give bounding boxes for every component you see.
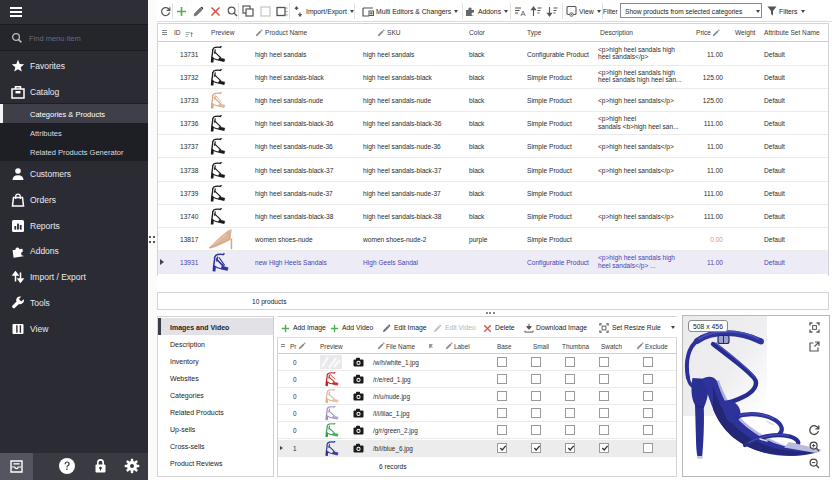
svg-text:A: A — [521, 9, 526, 17]
